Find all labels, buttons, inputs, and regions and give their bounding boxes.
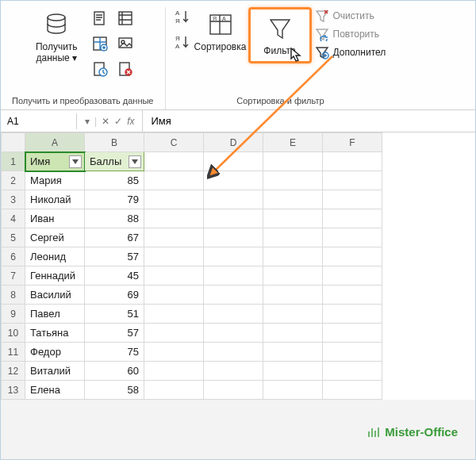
cell-A9[interactable]: Павел — [25, 305, 85, 324]
watermark: Mister-Office — [367, 425, 458, 439]
cell-B8[interactable]: 69 — [85, 286, 144, 305]
recent-sources-icon[interactable] — [89, 58, 111, 80]
cell-A1[interactable]: Имя — [25, 152, 85, 171]
cursor-icon — [289, 47, 303, 63]
svg-rect-2 — [119, 12, 132, 25]
table-row[interactable]: 11Федор75 — [2, 343, 382, 362]
cell-B7[interactable]: 45 — [85, 266, 144, 286]
cell-B5[interactable]: 67 — [85, 228, 144, 247]
group-getdata-label: Получить и преобразовать данные — [7, 94, 159, 108]
cell-B6[interactable]: 57 — [85, 247, 144, 266]
row-header-5[interactable]: 5 — [2, 228, 25, 247]
filter-button[interactable]: Фильтр — [252, 11, 308, 59]
enter-formula-icon[interactable]: ✓ — [114, 116, 122, 127]
get-data-mini-buttons — [89, 7, 136, 80]
cell-A3[interactable]: Николай — [25, 190, 85, 209]
cell-A8[interactable]: Василий — [25, 286, 85, 305]
cell-B10[interactable]: 57 — [85, 324, 144, 343]
cell-A13[interactable]: Елена — [25, 381, 85, 400]
sort-ascending-button[interactable]: АЯ — [175, 9, 190, 25]
row-header-7[interactable]: 7 — [2, 266, 25, 286]
funnel-icon — [266, 14, 294, 43]
cell-B2[interactable]: 85 — [85, 171, 144, 190]
row-header-13[interactable]: 13 — [2, 381, 25, 400]
sort-dialog-button[interactable]: ЯА Сортировка — [193, 7, 248, 56]
table-row[interactable]: 4Иван88 — [2, 209, 382, 228]
svg-text:Я: Я — [175, 17, 180, 25]
from-text-icon[interactable] — [89, 7, 111, 29]
col-header-B[interactable]: B — [85, 133, 144, 152]
cell-A10[interactable]: Татьяна — [25, 324, 85, 343]
filter-dropdown-A[interactable] — [69, 155, 82, 168]
from-pic-icon[interactable] — [114, 33, 136, 55]
table-row[interactable]: 6Леонид57 — [2, 247, 382, 266]
row-header-8[interactable]: 8 — [2, 286, 25, 305]
cell-A2[interactable]: Мария — [25, 171, 85, 190]
table-row[interactable]: 12Виталий60 — [2, 362, 382, 381]
col-header-C[interactable]: C — [144, 133, 204, 152]
cell-B13[interactable]: 58 — [85, 381, 144, 400]
advanced-filter-button[interactable]: Дополнител — [315, 45, 386, 59]
row-header-4[interactable]: 4 — [2, 209, 25, 228]
cell-B1[interactable]: Баллы — [85, 152, 144, 171]
cell-B9[interactable]: 51 — [85, 305, 144, 324]
existing-conn-icon[interactable] — [114, 58, 136, 80]
formula-input[interactable]: Имя — [143, 113, 178, 129]
cell-A12[interactable]: Виталий — [25, 362, 85, 381]
row-header-3[interactable]: 3 — [2, 190, 25, 209]
col-header-F[interactable]: F — [323, 133, 382, 152]
col-header-D[interactable]: D — [204, 133, 263, 152]
sort-label: Сортировка — [194, 41, 247, 52]
worksheet: A B C D E F 1ИмяБаллы2Мария853Николай794… — [1, 132, 475, 400]
cell-B12[interactable]: 60 — [85, 362, 144, 381]
reapply-filter-button[interactable]: Повторить — [315, 27, 386, 41]
table-row[interactable]: 7Геннадий45 — [2, 266, 382, 286]
cell-A6[interactable]: Леонид — [25, 247, 85, 266]
grid-table[interactable]: A B C D E F 1ИмяБаллы2Мария853Николай794… — [1, 132, 382, 400]
svg-text:А: А — [222, 16, 226, 21]
cell-B4[interactable]: 88 — [85, 209, 144, 228]
row-header-1[interactable]: 1 — [2, 152, 25, 171]
table-row[interactable]: 13Елена58 — [2, 381, 382, 400]
table-row[interactable]: 8Василий69 — [2, 286, 382, 305]
col-header-E[interactable]: E — [263, 133, 323, 152]
row-header-12[interactable]: 12 — [2, 362, 25, 381]
row-header-6[interactable]: 6 — [2, 247, 25, 266]
namebox-dropdown-icon[interactable]: ▾ — [85, 116, 90, 127]
clear-label: Очистить — [333, 10, 374, 21]
cancel-formula-icon[interactable]: ✕ — [102, 116, 109, 127]
row-header-9[interactable]: 9 — [2, 305, 25, 324]
from-web-icon[interactable] — [114, 7, 136, 29]
filter-dropdown-B[interactable] — [129, 155, 141, 168]
svg-point-0 — [48, 14, 65, 21]
table-row[interactable]: 2Мария85 — [2, 171, 382, 190]
ribbon: Получить данные ▾ Получить и преобразова… — [1, 1, 475, 110]
table-row[interactable]: 9Павел51 — [2, 305, 382, 324]
name-box[interactable]: A1 — [1, 113, 77, 129]
row-header-2[interactable]: 2 — [2, 171, 25, 190]
reapply-label: Повторить — [333, 29, 380, 40]
select-all-corner[interactable] — [2, 133, 25, 152]
cell-A4[interactable]: Иван — [25, 209, 85, 228]
row-header-11[interactable]: 11 — [2, 343, 25, 362]
cell-A7[interactable]: Геннадий — [25, 266, 85, 286]
svg-text:Я: Я — [213, 16, 217, 21]
cell-B11[interactable]: 75 — [85, 343, 144, 362]
get-data-label: Получить данные — [36, 41, 78, 63]
row-header-10[interactable]: 10 — [2, 324, 25, 343]
cell-B3[interactable]: 79 — [85, 190, 144, 209]
svg-rect-1 — [94, 12, 104, 25]
fx-icon[interactable]: fx — [127, 116, 134, 127]
table-row[interactable]: 5Сергей67 — [2, 228, 382, 247]
table-row[interactable]: 3Николай79 — [2, 190, 382, 209]
advanced-label: Дополнител — [333, 47, 386, 58]
cell-A11[interactable]: Федор — [25, 343, 85, 362]
get-data-button[interactable]: Получить данные ▾ — [29, 7, 84, 67]
col-header-A[interactable]: A — [25, 133, 85, 152]
sort-descending-button[interactable]: ЯА — [175, 34, 190, 50]
cell-A5[interactable]: Сергей — [25, 228, 85, 247]
table-row[interactable]: 10Татьяна57 — [2, 324, 382, 343]
database-icon — [42, 10, 71, 39]
clear-filter-button[interactable]: Очистить — [315, 9, 386, 23]
from-table-icon[interactable] — [89, 33, 111, 55]
